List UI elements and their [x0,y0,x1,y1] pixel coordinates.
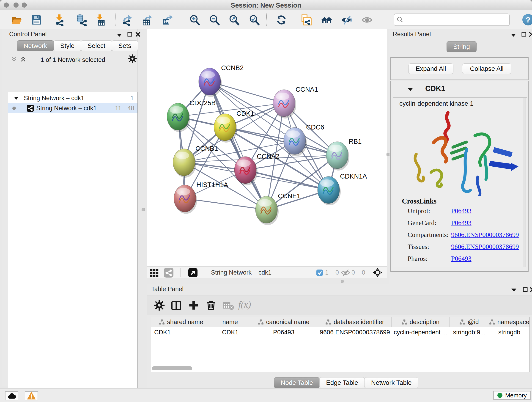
node-RB1[interactable] [326,142,349,171]
table-horizontal-scrollbar[interactable] [152,366,192,370]
node-CCNE1[interactable] [255,196,279,225]
crosslink-link[interactable]: P06493 [451,207,472,215]
column-header-shared-name[interactable]: shared name [151,317,211,327]
right-splitter-handle[interactable] [386,153,390,156]
left-splitter-handle[interactable] [142,208,145,211]
network-options-gear-icon[interactable] [128,54,137,63]
import-network-from-file-button[interactable] [53,13,66,26]
maximize-panel-icon[interactable] [523,287,528,293]
crosslink-link[interactable]: P06493 [451,255,472,262]
node-label-CCNB1: CCNB1 [196,145,218,152]
save-session-button[interactable] [30,13,43,26]
protein-structure-image [409,109,519,196]
warning-status-button[interactable] [25,391,38,400]
refresh-layout-button[interactable] [275,13,288,26]
column-header-canonical-name[interactable]: canonical name [249,317,318,327]
crosslink-link[interactable]: P06493 [451,219,472,226]
crosslink-link[interactable]: 9606.ENSP00000378699 [451,243,519,250]
float-panel-icon[interactable] [511,288,517,292]
maximize-panel-icon[interactable] [127,32,133,37]
crosslink-label: Tissues: [408,243,451,250]
column-header-namespace[interactable]: namespace [489,317,530,327]
tab-style[interactable]: Style [54,40,81,51]
node-CCNB1[interactable] [173,149,196,178]
node-CCNA1[interactable] [273,89,296,119]
footer-separator [339,268,339,277]
horizontal-splitter-handle[interactable] [341,280,344,283]
tab-string[interactable]: String [447,41,476,52]
main-toolbar: ? [0,10,532,29]
float-panel-icon[interactable] [116,33,122,37]
search-input[interactable] [404,16,509,24]
show-all-icon-button[interactable] [361,13,374,26]
network-row-selected[interactable]: String Network – cdk1 11 48 [8,103,138,113]
tab-node-table[interactable]: Node Table [274,377,320,388]
grid-view-icon[interactable] [150,268,158,277]
crosslink-link[interactable]: 9606.ENSP00000378699 [451,231,519,238]
footer-separator [180,268,181,277]
edge-CCNA2-CDKN1A[interactable] [245,170,329,190]
node-HIST1H1A[interactable] [174,185,197,214]
close-panel-icon[interactable] [530,287,532,293]
edge-CCNB2-CCNE1[interactable] [210,82,266,210]
create-column-icon[interactable] [188,300,199,311]
table-row[interactable]: CDK1CDK1P064939606.ENSP00000378699cyclin… [151,327,530,337]
help-button[interactable]: ? [522,14,532,26]
column-header-description[interactable]: description [392,317,450,327]
tab-network-table[interactable]: Network Table [365,377,418,388]
export-table-button[interactable] [141,13,154,26]
network-graph[interactable]: CCNB2CCNA1CDC25BCDK1CDC6RB1CCNB1CCNA2CDK… [147,29,387,266]
import-table-from-file-button[interactable] [93,13,106,26]
node-CCNB2[interactable] [199,68,222,97]
function-builder-fx-icon: f(x) [238,299,251,310]
node-CDKN1A[interactable] [317,177,341,205]
expand-all-button[interactable]: Expand All [408,64,453,74]
tab-edge-table[interactable]: Edge Table [319,377,365,388]
results-scrollbar[interactable] [523,98,526,267]
column-header-database-identifier[interactable]: database identifier [318,317,392,327]
hide-selected-icon-button[interactable] [340,13,353,26]
entry-disclosure-icon[interactable] [407,87,413,91]
memory-button[interactable]: Memory [493,391,531,400]
first-neighbors-button[interactable] [320,13,333,26]
import-network-from-database-button[interactable] [75,13,88,26]
selected-checkbox-icon[interactable] [316,269,323,276]
node-CDK1[interactable] [214,114,237,143]
zoom-fit-content-button[interactable] [228,13,241,26]
network-canvas[interactable]: CCNB2CCNA1CDC25BCDK1CDC6RB1CCNB1CCNA2CDK… [147,29,387,266]
network-collection-row[interactable]: String Network – cdk1 1 [8,93,138,103]
node-label-CCNA1: CCNA1 [296,86,318,93]
open-session-button[interactable] [10,13,23,26]
collection-disclosure-icon[interactable] [14,96,19,100]
close-panel-icon[interactable] [135,32,141,37]
zoom-in-button[interactable] [188,13,201,26]
search-icon [396,16,404,23]
show-columns-icon[interactable] [171,300,182,311]
table-options-gear-icon[interactable] [153,300,165,311]
crosslinks-heading: CrossLinks [402,197,437,205]
control-panel-tabs: NetworkStyleSelectSets [17,40,138,51]
memory-status-dot [497,393,502,398]
delete-column-trash-icon[interactable] [205,300,217,311]
node-CCNA2[interactable] [234,157,258,185]
zoom-out-button[interactable] [208,13,221,26]
export-image-button[interactable] [162,13,174,26]
tab-network[interactable]: Network [17,40,54,51]
collapse-all-button[interactable]: Collapse All [462,64,511,74]
clone-network-button[interactable] [300,13,312,26]
export-network-button[interactable] [121,13,134,26]
close-panel-icon[interactable] [529,32,532,37]
tab-sets[interactable]: Sets [112,40,138,51]
network-view-icon[interactable] [164,268,173,278]
zoom-selected-button[interactable] [248,13,261,26]
edge-HIST1H1A-CCNE1[interactable] [185,198,266,210]
table-panel-title: Table Panel [151,286,184,293]
column-header-name[interactable]: name [211,317,249,327]
maximize-panel-icon[interactable] [521,32,527,37]
float-panel-icon[interactable] [510,33,516,37]
birds-eye-view-icon[interactable] [373,268,383,278]
detach-view-icon[interactable] [188,268,198,278]
tab-select[interactable]: Select [81,40,112,51]
cloud-status-button[interactable] [5,391,18,400]
column-header--id[interactable]: @id [450,317,489,327]
